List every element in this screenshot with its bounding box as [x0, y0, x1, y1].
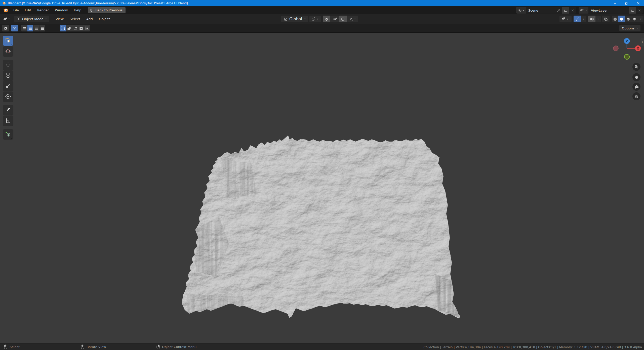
pivot-dropdown[interactable] [309, 16, 321, 22]
hint-rotate-label: Rotate View [87, 345, 106, 349]
tool-move[interactable] [3, 60, 13, 70]
select-mode-subtract[interactable] [72, 25, 78, 31]
shading-wireframe-button[interactable] [612, 16, 618, 22]
menu-window[interactable]: Window [52, 8, 71, 12]
orientation-dropdown[interactable]: Global [281, 16, 308, 22]
new-scene-button[interactable] [562, 7, 569, 14]
select-mode-set[interactable] [60, 25, 66, 31]
axis-z-label: Z [626, 39, 628, 43]
back-to-previous-button[interactable]: Back to Previous [88, 7, 126, 13]
blender-menu-logo-icon[interactable] [3, 8, 8, 13]
overlays-dropdown[interactable] [595, 16, 601, 22]
gizmos-dropdown[interactable] [581, 16, 586, 22]
subtool-indicator [11, 137, 12, 139]
density-option-4[interactable] [39, 25, 45, 31]
xray-toggle[interactable] [602, 16, 610, 22]
select-mode-intersect[interactable] [84, 25, 90, 31]
shading-solid-button[interactable] [618, 16, 625, 22]
menu-edit[interactable]: Edit [22, 8, 34, 12]
sidebar-toggle-tab[interactable]: ‹ [640, 38, 644, 46]
menu-help[interactable]: Help [71, 8, 85, 12]
gizmos-toggle[interactable] [574, 16, 581, 22]
menu-view[interactable]: View [53, 17, 67, 21]
object-mode-icon [17, 17, 20, 21]
chevron-left-icon: ‹ [642, 40, 643, 44]
tool-rotate[interactable] [3, 70, 13, 80]
unlink-scene-button[interactable]: × [569, 7, 576, 14]
minimize-button[interactable] [609, 0, 621, 6]
overlays-toggle[interactable] [588, 16, 595, 22]
scene-browse-button[interactable] [516, 7, 526, 14]
zoom-icon [634, 65, 639, 69]
orientation-icon [284, 17, 288, 21]
options-dropdown[interactable]: Options [619, 25, 640, 31]
chevron-down-icon [317, 19, 318, 20]
mode-dropdown[interactable]: Object Mode [14, 16, 49, 22]
shading-material-button[interactable] [625, 16, 631, 22]
shading-rendered-button[interactable] [631, 16, 638, 22]
density-option-2[interactable] [27, 25, 33, 31]
chevron-down-icon [523, 10, 524, 11]
tool-annotate[interactable] [3, 105, 13, 115]
menu-select[interactable]: Select [67, 17, 83, 21]
viewlayer-browse-button[interactable] [579, 7, 588, 14]
proportional-toggle[interactable] [339, 16, 347, 22]
viewport-3d[interactable]: Z X ‹ [0, 33, 644, 343]
tool-transform[interactable] [3, 92, 13, 102]
viewlayer-name[interactable]: ViewLayer [588, 9, 629, 12]
pan-view-button[interactable] [632, 73, 640, 81]
tool-scale[interactable] [3, 81, 13, 91]
tool-select-box[interactable] [3, 36, 13, 46]
tool-add-cube[interactable] [3, 129, 13, 139]
hint-context-menu: Object Context Menu [156, 344, 196, 349]
density-option-3[interactable] [33, 25, 39, 31]
orientation-label: Global [289, 17, 302, 21]
chevron-down-icon [585, 10, 587, 11]
scene-name[interactable]: Scene [526, 9, 555, 12]
chevron-down-icon [8, 19, 10, 20]
zoom-view-button[interactable] [632, 63, 640, 71]
density-option-1[interactable] [21, 25, 27, 31]
options-label: Options [622, 26, 634, 30]
filter-button[interactable] [11, 25, 18, 31]
menu-object[interactable]: Object [96, 17, 113, 21]
visibility-dropdown[interactable] [559, 16, 572, 22]
axis-gizmo[interactable]: Z X [612, 35, 642, 63]
shading-solid-icon [620, 17, 624, 21]
shading-dropdown[interactable] [638, 16, 643, 22]
editor-type-button[interactable] [1, 17, 12, 21]
shading-control [612, 16, 643, 22]
chevron-down-icon [640, 19, 641, 20]
pin-scene-button[interactable] [555, 7, 562, 14]
tool-settings-button[interactable] [2, 25, 9, 31]
snap-toggle[interactable] [323, 16, 330, 22]
close-button[interactable] [632, 0, 644, 6]
proportional-icon [341, 17, 345, 21]
ortho-toggle-button[interactable] [632, 92, 640, 100]
chevron-down-icon [354, 19, 356, 20]
copy-icon [564, 9, 568, 12]
close-icon: × [571, 8, 574, 12]
restore-button[interactable] [621, 0, 632, 6]
menu-render[interactable]: Render [34, 8, 52, 12]
new-viewlayer-button[interactable] [629, 7, 636, 14]
copy-icon [631, 9, 634, 12]
hint-select: Select [4, 344, 20, 349]
chevron-down-icon [583, 19, 584, 20]
terrain-mesh-object[interactable] [176, 133, 468, 324]
chevron-down-icon [597, 19, 599, 20]
select-mode-invert[interactable] [78, 25, 84, 31]
select-mode-extend[interactable] [66, 25, 72, 31]
pin-icon [557, 9, 560, 12]
pivot-icon [311, 17, 315, 21]
chevron-down-icon [45, 19, 47, 20]
tool-measure[interactable] [3, 116, 13, 126]
select-mode-group [60, 25, 90, 31]
left-mouse-icon [4, 344, 7, 349]
menu-file[interactable]: File [10, 8, 22, 12]
camera-view-button[interactable] [632, 83, 640, 91]
menu-add[interactable]: Add [83, 17, 96, 21]
falloff-dropdown[interactable] [347, 16, 358, 22]
tool-cursor[interactable] [3, 46, 13, 56]
remove-viewlayer-button[interactable]: × [636, 7, 643, 14]
